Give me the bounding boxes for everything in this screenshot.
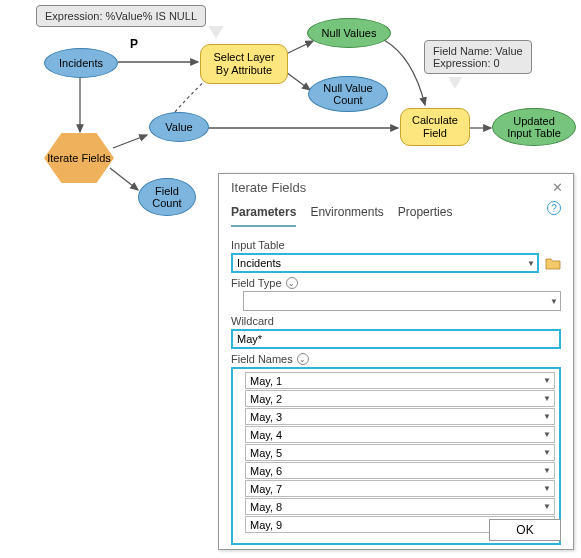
node-incidents-label: Incidents xyxy=(59,57,103,69)
label-field-type-text: Field Type xyxy=(231,277,282,289)
chevron-down-icon: ▼ xyxy=(550,297,558,306)
node-null-value-count-label: Null Value Count xyxy=(323,82,372,106)
chevron-down-icon: ▼ xyxy=(543,502,551,511)
input-table-value: Incidents xyxy=(237,257,281,269)
callout-calc-tail xyxy=(448,77,462,89)
list-item[interactable]: May, 4▼ xyxy=(245,426,555,443)
label-field-names: Field Names ⌄ xyxy=(231,353,561,365)
list-item[interactable]: May, 8▼ xyxy=(245,498,555,515)
svg-line-2 xyxy=(113,135,147,148)
list-item-label: May, 4 xyxy=(250,429,282,441)
ok-button[interactable]: OK xyxy=(489,519,561,541)
node-select-layer[interactable]: Select Layer By Attribute xyxy=(200,44,288,84)
list-item[interactable]: May, 2▼ xyxy=(245,390,555,407)
list-item[interactable]: May, 1▼ xyxy=(245,372,555,389)
node-updated-input-table-label: Updated Input Table xyxy=(507,115,561,139)
svg-line-4 xyxy=(286,41,313,54)
list-item-label: May, 9 xyxy=(250,519,282,531)
callout-expression-tail xyxy=(208,26,224,38)
chevron-down-icon: ▼ xyxy=(543,394,551,403)
node-updated-input-table[interactable]: Updated Input Table xyxy=(492,108,576,146)
list-item-label: May, 3 xyxy=(250,411,282,423)
node-iterate-fields-label: Iterate Fields xyxy=(47,152,111,164)
chevron-down-icon: ▼ xyxy=(543,484,551,493)
callout-expression: Expression: %Value% IS NULL xyxy=(36,5,206,27)
browse-folder-icon[interactable] xyxy=(545,256,561,270)
chevron-down-icon: ▼ xyxy=(543,430,551,439)
tab-environments[interactable]: Environments xyxy=(310,201,383,227)
label-input-table: Input Table xyxy=(231,239,561,251)
svg-line-5 xyxy=(286,72,310,90)
list-item[interactable]: May, 7▼ xyxy=(245,480,555,497)
node-null-value-count[interactable]: Null Value Count xyxy=(308,76,388,112)
chevron-down-icon: ▼ xyxy=(543,466,551,475)
node-field-count-label: Field Count xyxy=(152,185,181,209)
node-field-count[interactable]: Field Count xyxy=(138,178,196,216)
chevron-down-icon[interactable]: ⌄ xyxy=(286,277,298,289)
list-item-label: May, 5 xyxy=(250,447,282,459)
node-select-layer-label: Select Layer By Attribute xyxy=(213,51,274,77)
label-wildcard: Wildcard xyxy=(231,315,561,327)
callout-calc: Field Name: Value Expression: 0 xyxy=(424,40,532,74)
node-iterate-fields[interactable]: Iterate Fields xyxy=(44,133,114,183)
chevron-down-icon: ▼ xyxy=(543,412,551,421)
help-icon[interactable]: ? xyxy=(547,201,561,215)
node-calculate-field[interactable]: Calculate Field xyxy=(400,108,470,146)
chevron-down-icon: ▼ xyxy=(543,376,551,385)
dialog-tabs: Parameters Environments Properties ? xyxy=(219,199,573,227)
node-calculate-field-label: Calculate Field xyxy=(412,114,458,140)
node-incidents[interactable]: Incidents xyxy=(44,48,118,78)
label-field-type: Field Type ⌄ xyxy=(231,277,561,289)
node-null-values-label: Null Values xyxy=(322,27,377,39)
list-item[interactable]: May, 6▼ xyxy=(245,462,555,479)
list-item-label: May, 6 xyxy=(250,465,282,477)
tab-parameters[interactable]: Parameters xyxy=(231,201,296,227)
node-value[interactable]: Value xyxy=(149,112,209,142)
list-item[interactable]: May, 5▼ xyxy=(245,444,555,461)
close-icon[interactable]: ✕ xyxy=(552,180,563,195)
chevron-down-icon[interactable]: ⌄ xyxy=(297,353,309,365)
dialog-iterate-fields: Iterate Fields ✕ Parameters Environments… xyxy=(218,173,574,550)
node-value-label: Value xyxy=(165,121,192,133)
p-label: P xyxy=(130,37,138,51)
list-item-label: May, 8 xyxy=(250,501,282,513)
list-item[interactable]: May, 3▼ xyxy=(245,408,555,425)
list-item-label: May, 7 xyxy=(250,483,282,495)
label-field-names-text: Field Names xyxy=(231,353,293,365)
node-null-values[interactable]: Null Values xyxy=(307,18,391,48)
list-item-label: May, 2 xyxy=(250,393,282,405)
tab-properties[interactable]: Properties xyxy=(398,201,453,227)
dialog-title-text: Iterate Fields xyxy=(231,180,306,195)
wildcard-value: May* xyxy=(237,333,262,345)
chevron-down-icon: ▼ xyxy=(543,448,551,457)
input-table-combo[interactable]: Incidents ▼ xyxy=(231,253,539,273)
wildcard-input[interactable]: May* xyxy=(231,329,561,349)
chevron-down-icon: ▼ xyxy=(527,259,535,268)
field-type-combo[interactable]: ▼ xyxy=(243,291,561,311)
svg-line-3 xyxy=(110,168,138,190)
list-item-label: May, 1 xyxy=(250,375,282,387)
